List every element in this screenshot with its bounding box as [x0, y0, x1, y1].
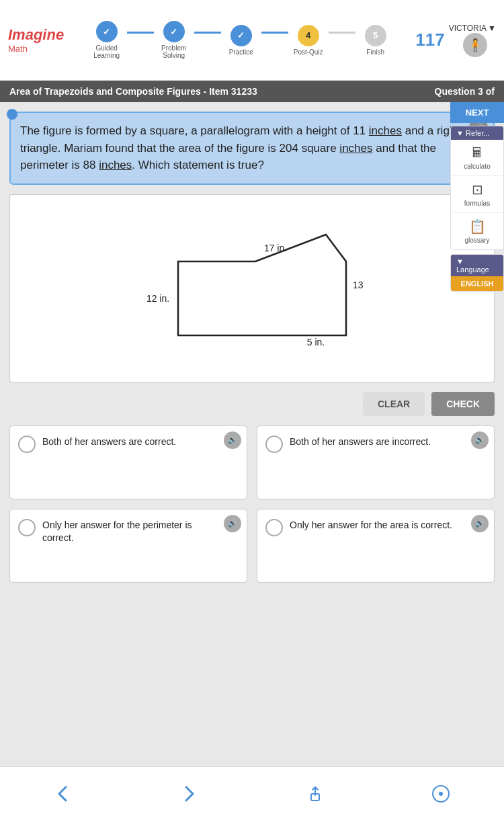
- next-button[interactable]: NEXT: [450, 102, 504, 123]
- formulas-label: formulas: [464, 200, 490, 207]
- figure-area: 17 in. 13 in. 5 in. 12 in.: [9, 194, 495, 382]
- checkmark-icon-1: [103, 27, 110, 37]
- inches-link-3[interactable]: inches: [99, 159, 132, 171]
- inches-link-2[interactable]: inches: [339, 142, 372, 155]
- dim-right: 13 in.: [353, 280, 366, 290]
- language-header[interactable]: ▼ Language: [451, 255, 503, 276]
- reference-header[interactable]: ▼ Refer...: [451, 126, 503, 140]
- formulas-icon: ⊡: [472, 181, 483, 198]
- option-row-d: Only her answer for the area is correct.: [265, 518, 486, 536]
- share-button[interactable]: [300, 779, 330, 809]
- progress-steps: GuidedLearning ProblemSolving Practice: [87, 21, 396, 59]
- option-text-b: Both of her answers are incorrect.: [290, 434, 451, 449]
- compass-button[interactable]: [426, 779, 456, 809]
- user-info: 117 VICTORIA ▼ 🧍: [415, 24, 496, 57]
- forward-button[interactable]: [174, 779, 204, 809]
- step-line-2: [194, 32, 221, 34]
- step-post-quiz[interactable]: 4 Post-Quiz: [288, 25, 329, 56]
- checkmark-icon-3: [237, 30, 245, 40]
- step-label-1: GuidedLearning: [87, 44, 127, 59]
- option-card-c: 🔊 Only her answer for the perimeter is c…: [9, 509, 247, 583]
- question-title: Area of Trapezoids and Composite Figures…: [9, 86, 257, 97]
- bottom-nav: [0, 766, 504, 820]
- step-finish[interactable]: 5 Finish: [355, 25, 396, 56]
- step-practice[interactable]: Practice: [221, 25, 261, 56]
- option-text-d: Only her answer for the area is correct.: [290, 518, 472, 532]
- title-bar: Area of Trapezoids and Composite Figures…: [0, 81, 504, 102]
- calculator-icon: 🖩: [470, 145, 484, 161]
- language-panel: ▼ Language ENGLISH: [450, 254, 504, 292]
- step-line-1: [127, 32, 154, 34]
- perimeter-value: 88: [83, 159, 96, 171]
- step-line-3: [261, 32, 288, 34]
- step-label-3: Practice: [221, 48, 261, 56]
- options-grid: 🔊 Both of her answers are correct. 🔊 Bot…: [9, 425, 495, 583]
- step-circle-4: 4: [298, 25, 319, 46]
- action-buttons: CLEAR CHECK: [9, 392, 495, 416]
- option-card-b: 🔊 Both of her answers are incorrect.: [257, 425, 495, 499]
- logo-math: Math: [8, 44, 64, 54]
- content-area: 🔊 The figure is formed by a square, a pa…: [0, 102, 504, 592]
- question-count: Question 3 of: [435, 86, 495, 97]
- language-label: ▼ Language: [456, 257, 498, 274]
- clear-button[interactable]: CLEAR: [363, 392, 425, 416]
- progress-bar: GuidedLearning ProblemSolving Practice: [77, 21, 405, 59]
- svg-marker-0: [178, 235, 346, 335]
- dim-left: 12 in.: [146, 293, 169, 304]
- calculator-button[interactable]: 🖩 calculato: [451, 140, 503, 176]
- reference-panel: ▼ Refer... 🖩 calculato ⊡ formulas 📋 glos…: [450, 126, 504, 250]
- audio-button-option-d[interactable]: 🔊: [471, 515, 489, 532]
- audio-button-option-a[interactable]: 🔊: [224, 432, 241, 449]
- option-row-a: Both of her answers are correct.: [18, 434, 239, 453]
- check-button[interactable]: CHECK: [431, 392, 495, 416]
- question-box: 🔊 The figure is formed by a square, a pa…: [9, 112, 495, 185]
- step-circle-1: [96, 21, 118, 42]
- option-text-c: Only her answer for the perimeter is cor…: [42, 518, 239, 545]
- english-button[interactable]: ENGLISH: [451, 276, 503, 291]
- resize-handle-tl[interactable]: [7, 109, 17, 120]
- sidebar: NEXT ▼ Refer... 🖩 calculato ⊡ formulas 📋…: [450, 102, 504, 292]
- svg-point-3: [439, 792, 443, 796]
- score-display: 117: [415, 30, 444, 50]
- option-text-a: Both of her answers are correct.: [42, 434, 196, 449]
- main-content: 🔊 The figure is formed by a square, a pa…: [0, 102, 504, 592]
- step-guided-learning[interactable]: GuidedLearning: [87, 21, 127, 59]
- radio-option-d[interactable]: [265, 519, 283, 536]
- step-line-4: [329, 32, 355, 34]
- avatar: 🧍: [463, 33, 487, 57]
- formulas-button[interactable]: ⊡ formulas: [451, 176, 503, 213]
- step-label-4: Post-Quiz: [288, 48, 329, 56]
- radio-option-b[interactable]: [265, 436, 283, 453]
- question-text: The figure is formed by a square, a para…: [20, 124, 459, 171]
- step-problem-solving[interactable]: ProblemSolving: [154, 21, 194, 59]
- height-value: 11: [353, 124, 366, 137]
- step-circle-5: 5: [365, 25, 386, 46]
- top-nav: Imagine Math GuidedLearning ProblemSolvi…: [0, 0, 504, 81]
- user-name: VICTORIA ▼: [449, 24, 496, 33]
- reference-label: ▼ Refer...: [456, 129, 489, 137]
- inches-link-1[interactable]: inches: [369, 124, 402, 137]
- option-card-a: 🔊 Both of her answers are correct.: [9, 425, 247, 499]
- area-value: 204: [280, 142, 298, 155]
- back-button[interactable]: [48, 779, 78, 809]
- step-label-5: Finish: [355, 48, 396, 56]
- dim-bottom: 5 in.: [307, 337, 325, 347]
- glossary-label: glossary: [464, 237, 489, 244]
- calculator-label: calculato: [464, 163, 490, 170]
- option-card-d: 🔊 Only her answer for the area is correc…: [257, 509, 495, 583]
- logo-imagine: Imagine: [8, 26, 64, 44]
- step-label-2: ProblemSolving: [154, 44, 194, 59]
- composite-figure-svg: 17 in. 13 in. 5 in. 12 in.: [138, 211, 366, 366]
- logo: Imagine Math: [8, 26, 64, 54]
- audio-button-option-c[interactable]: 🔊: [224, 515, 241, 532]
- radio-option-c[interactable]: [18, 519, 36, 536]
- glossary-button[interactable]: 📋 glossary: [451, 213, 503, 249]
- step-circle-2: [163, 21, 185, 42]
- radio-option-a[interactable]: [18, 436, 36, 453]
- step-circle-3: [230, 25, 252, 46]
- checkmark-icon-2: [170, 27, 177, 37]
- glossary-icon: 📋: [469, 218, 486, 235]
- audio-button-option-b[interactable]: 🔊: [471, 432, 489, 449]
- option-row-c: Only her answer for the perimeter is cor…: [18, 518, 239, 545]
- dim-top: 17 in.: [264, 243, 287, 253]
